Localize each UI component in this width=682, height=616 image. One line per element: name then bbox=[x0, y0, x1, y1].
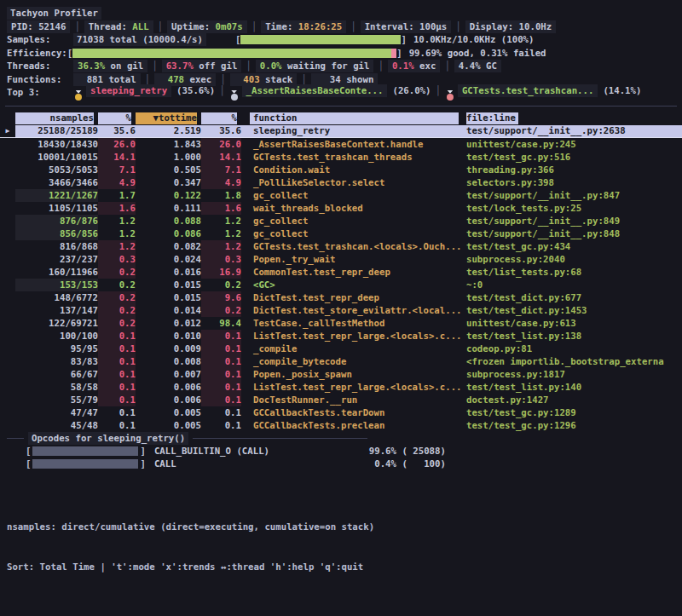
top3-item: sleeping_retry(35.6%) bbox=[73, 85, 215, 96]
function-cell: Condition.wait bbox=[250, 164, 463, 176]
table-row[interactable]: 237/2370.30.0240.3Popen._try_waitsubproc… bbox=[0, 253, 682, 266]
nsamples-cell: 1221/1267 bbox=[15, 189, 98, 202]
table-row[interactable]: 876/8761.20.0881.2gc_collecttest/support… bbox=[0, 215, 682, 227]
status-value: ALL bbox=[132, 21, 148, 32]
table-row[interactable]: 856/8561.20.0861.2gc_collecttest/support… bbox=[0, 227, 682, 240]
status-label: Uptime: bbox=[171, 21, 215, 32]
function-stat-value: 403 bbox=[234, 74, 260, 85]
table-row[interactable]: 47/470.10.0050.1GCCallbackTests.tearDown… bbox=[0, 406, 682, 419]
file-line-cell: test/lock_tests.py:25 bbox=[463, 202, 682, 215]
bracket-open: [ bbox=[26, 446, 31, 457]
function-stat-value: 881 bbox=[78, 74, 103, 85]
top3-percentage: (14.1%) bbox=[603, 85, 641, 96]
tottime-cell: 0.015 bbox=[136, 291, 201, 304]
tottime-cell: 0.024 bbox=[136, 253, 201, 266]
nsamples-cell: 137/147 bbox=[15, 304, 98, 317]
function-cell: gc_collect bbox=[250, 189, 463, 202]
tottime-cell: 0.122 bbox=[136, 189, 201, 202]
table-row[interactable]: 58/580.10.0060.1ListTest.test_repr_large… bbox=[0, 381, 682, 394]
table-row[interactable]: 3466/34664.90.3474.9_PollLikeSelector.se… bbox=[0, 176, 682, 189]
nsamples-cell: 122/69721 bbox=[15, 317, 98, 330]
pct-direct-cell: 0.2 bbox=[98, 266, 136, 279]
column-header-file[interactable]: file:line bbox=[466, 112, 518, 124]
table-row[interactable]: 66/670.10.0070.1Popen._posix_spawnsubpro… bbox=[0, 368, 682, 381]
tottime-cell: 0.347 bbox=[136, 176, 201, 189]
row-cursor: ▶ bbox=[0, 124, 15, 137]
table-row[interactable]: 100/1000.10.0100.1ListTest.test_repr_lar… bbox=[0, 330, 682, 343]
separator-pipe: │ bbox=[378, 60, 383, 72]
table-row[interactable]: 148/67720.20.0159.6DictTest.test_repr_de… bbox=[0, 291, 682, 304]
separator-pipe: │ bbox=[455, 21, 460, 32]
table-row[interactable]: ▶25188/2518935.62.51935.6sleeping_retryt… bbox=[0, 125, 682, 138]
column-header-pct-cumulative[interactable]: % bbox=[201, 112, 241, 124]
pct-cumulative-cell: 0.2 bbox=[201, 279, 241, 291]
tottime-cell: 0.111 bbox=[136, 202, 201, 215]
file-line-cell: test/test_dict.py:1453 bbox=[463, 304, 682, 317]
function-table: ▶25188/2518935.62.51935.6sleeping_retryt… bbox=[0, 125, 682, 432]
table-row[interactable]: 55/790.10.0060.1DocTestRunner.__rundocte… bbox=[0, 394, 682, 406]
nsamples-cell: 237/237 bbox=[15, 253, 98, 266]
table-row[interactable]: 160/119660.20.01616.9CommonTest.test_rep… bbox=[0, 266, 682, 279]
column-header-pct-direct[interactable]: % bbox=[98, 112, 136, 124]
file-line-cell: codeop.py:81 bbox=[463, 343, 682, 355]
function-cell: ListTest.test_repr_large.<locals>.c... bbox=[250, 330, 463, 343]
table-top-separator bbox=[0, 100, 682, 112]
separator-pipe: │ bbox=[436, 85, 441, 96]
tottime-cell: 0.006 bbox=[136, 381, 201, 394]
pct-cumulative-cell: 0.1 bbox=[201, 406, 241, 419]
table-row[interactable]: 1105/11051.60.1111.6wait_threads_blocked… bbox=[0, 202, 682, 215]
column-header-function[interactable]: function bbox=[250, 112, 463, 124]
table-row[interactable]: 5053/50537.10.5057.1Condition.waitthread… bbox=[0, 164, 682, 176]
function-cell: GCTests.test_trashcan.<locals>.Ouch... bbox=[250, 240, 463, 253]
table-row[interactable]: 122/697210.20.01298.4TestCase._callTestM… bbox=[0, 317, 682, 330]
table-row[interactable]: 10001/1001514.11.00014.1GCTests.test_tra… bbox=[0, 151, 682, 164]
function-cell: DictTest.test_repr_deep bbox=[250, 291, 463, 304]
bracket-close: ] bbox=[396, 48, 402, 59]
separator-pipe: │ bbox=[246, 60, 251, 72]
nsamples-cell: 58/58 bbox=[15, 381, 98, 394]
table-row[interactable]: 95/950.10.0090.1_compilecodeop.py:81 bbox=[0, 343, 682, 355]
table-row[interactable]: 45/480.10.0050.1GCCallbackTests.preclean… bbox=[0, 419, 682, 432]
pct-cumulative-cell: 1.2 bbox=[201, 240, 241, 253]
nsamples-cell: 816/868 bbox=[15, 240, 98, 253]
table-row[interactable]: 816/8681.20.0821.2GCTests.test_trashcan.… bbox=[0, 240, 682, 253]
pct-cumulative-cell: 1.2 bbox=[201, 227, 241, 240]
file-line-cell: subprocess.py:1817 bbox=[463, 368, 682, 381]
status-segment: Uptime: 0m07s bbox=[167, 20, 247, 33]
samples-rate: 10.0KHz/10.0KHz (100%) bbox=[413, 34, 535, 45]
tottime-cell: 0.007 bbox=[136, 368, 201, 381]
table-row[interactable]: 1221/12671.70.1221.8gc_collecttest/suppo… bbox=[0, 189, 682, 202]
function-cell: DocTestRunner.__run bbox=[250, 394, 463, 406]
opcode-stat: 99.6% ( 25088) bbox=[350, 446, 446, 457]
file-line-cell: test/support/__init__.py:849 bbox=[463, 215, 682, 227]
file-line-cell: test/support/__init__.py:2638 bbox=[463, 124, 682, 137]
status-label: Interval: bbox=[365, 21, 419, 32]
table-row[interactable]: 153/1530.20.0150.2<GC>~:0 bbox=[0, 279, 682, 291]
function-stat-label: shown bbox=[341, 74, 374, 85]
file-line-cell: ~:0 bbox=[463, 279, 682, 291]
function-cell: _PollLikeSelector.select bbox=[250, 176, 463, 189]
top3-percentage: (26.0%) bbox=[392, 85, 431, 96]
column-header-nsamples[interactable]: nsamples bbox=[15, 112, 98, 124]
top3-item: GCTests.test_trashcan...(14.1%) bbox=[445, 85, 641, 96]
function-cell: gc_collect bbox=[250, 215, 463, 227]
pct-direct-cell: 7.1 bbox=[98, 164, 136, 176]
table-row[interactable]: 137/1470.20.0140.2DictTest.test_store_ev… bbox=[0, 304, 682, 317]
file-line-cell: test/test_gc.py:1296 bbox=[463, 419, 682, 432]
column-header-tottime-sorted[interactable]: ▼tottime bbox=[136, 112, 201, 124]
table-row[interactable]: 83/830.10.0080.1_compile_bytecode<frozen… bbox=[0, 355, 682, 368]
pct-direct-cell: 0.2 bbox=[98, 291, 136, 304]
status-segment: Thread: ALL bbox=[84, 20, 153, 33]
function-cell: _AssertRaisesBaseContext.handle bbox=[250, 138, 463, 151]
separator-pipe: │ bbox=[219, 85, 224, 96]
table-row[interactable]: 18430/1843026.01.84326.0_AssertRaisesBas… bbox=[0, 138, 682, 151]
column-header-file-cell: file:line bbox=[463, 112, 682, 124]
top3-label: Top 3: bbox=[7, 87, 73, 98]
file-line-cell: test/test_dict.py:677 bbox=[463, 291, 682, 304]
pct-cumulative-cell: 4.9 bbox=[201, 176, 241, 189]
opcodes-list: []CALL_BUILTIN_O (CALL)99.6% ( 25088)[]C… bbox=[0, 445, 682, 470]
tottime-cell: 1.843 bbox=[136, 138, 201, 151]
samples-bar bbox=[240, 35, 401, 44]
threads-line: Threads:36.3% on gil│63.7% off gil│0.0% … bbox=[0, 60, 682, 73]
pct-direct-cell: 35.6 bbox=[98, 124, 136, 137]
